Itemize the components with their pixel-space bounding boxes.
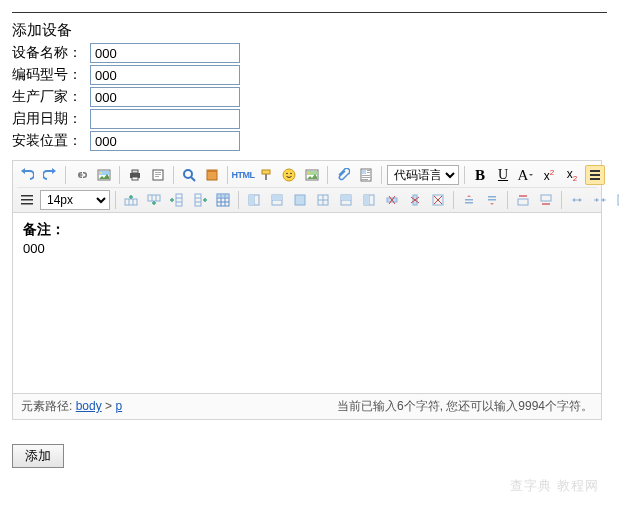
- editor-status-bar: 元素路径: body > p 当前已输入6个字符, 您还可以输入9994个字符。: [13, 393, 601, 419]
- rich-editor: HTML 代码语言 B U A: [12, 160, 602, 420]
- bold-icon[interactable]: B: [470, 165, 490, 185]
- svg-rect-41: [176, 194, 182, 206]
- label-model: 编码型号：: [12, 66, 90, 84]
- highlight-icon[interactable]: [585, 165, 605, 185]
- svg-rect-79: [542, 203, 550, 205]
- svg-rect-13: [207, 170, 217, 172]
- top-divider: [12, 12, 607, 13]
- preview-icon[interactable]: [148, 165, 168, 185]
- svg-rect-68: [364, 195, 369, 205]
- magnifier-icon[interactable]: [179, 165, 199, 185]
- widen-icon[interactable]: [567, 190, 587, 210]
- source-html-icon[interactable]: HTML: [233, 165, 253, 185]
- caption-bottom-icon[interactable]: [536, 190, 556, 210]
- watermark: 查字典 教程网: [510, 477, 599, 480]
- path-p-link[interactable]: p: [115, 399, 122, 413]
- insert-col-before-icon[interactable]: [167, 190, 187, 210]
- underline-icon[interactable]: U: [493, 165, 513, 185]
- narrow-icon[interactable]: [590, 190, 610, 210]
- svg-rect-4: [132, 170, 138, 173]
- average-cols-icon[interactable]: [613, 190, 619, 210]
- row-date: 启用日期：: [12, 108, 607, 130]
- path-body-link[interactable]: body: [76, 399, 102, 413]
- merge-right-icon[interactable]: [267, 190, 287, 210]
- template-icon[interactable]: [356, 165, 376, 185]
- subscript-icon[interactable]: x2: [562, 165, 582, 185]
- para-after-icon[interactable]: [482, 190, 502, 210]
- svg-rect-28: [362, 179, 368, 180]
- insert-col-after-icon[interactable]: [190, 190, 210, 210]
- split-rows-icon[interactable]: [336, 190, 356, 210]
- svg-rect-9: [155, 176, 159, 177]
- undo-icon[interactable]: [17, 165, 37, 185]
- editor-toolbar: HTML 代码语言 B U A: [13, 161, 601, 213]
- row-maker: 生产厂家：: [12, 86, 607, 108]
- submit-button[interactable]: 添加: [12, 444, 64, 468]
- svg-point-17: [286, 173, 288, 175]
- attachment-icon[interactable]: [333, 165, 353, 185]
- merge-cells-icon[interactable]: [290, 190, 310, 210]
- format-painter-icon[interactable]: [256, 165, 276, 185]
- svg-rect-52: [217, 194, 229, 198]
- svg-rect-44: [195, 194, 201, 206]
- link-icon[interactable]: [71, 165, 91, 185]
- font-size-select[interactable]: 14px: [40, 190, 110, 210]
- split-cells-icon[interactable]: [313, 190, 333, 210]
- editor-content-area[interactable]: 备注： 000: [13, 213, 601, 393]
- row-model: 编码型号：: [12, 64, 607, 86]
- print-icon[interactable]: [125, 165, 145, 185]
- svg-rect-8: [155, 174, 161, 175]
- svg-point-18: [290, 173, 292, 175]
- svg-rect-59: [295, 195, 305, 205]
- table-icon[interactable]: [213, 190, 233, 210]
- svg-rect-24: [367, 170, 370, 171]
- page-title: 添加设备: [12, 21, 607, 40]
- svg-point-16: [283, 169, 295, 181]
- code-language-select[interactable]: 代码语言: [387, 165, 459, 185]
- toolbar-row-1: HTML 代码语言 B U A: [17, 163, 597, 187]
- svg-line-11: [191, 177, 195, 181]
- merge-down-icon[interactable]: [244, 190, 264, 210]
- svg-rect-33: [21, 199, 33, 201]
- label-maker: 生产厂家：: [12, 88, 90, 106]
- svg-rect-27: [362, 177, 370, 178]
- input-place[interactable]: [90, 131, 240, 151]
- image2-icon[interactable]: [302, 165, 322, 185]
- delete-row-icon[interactable]: [382, 190, 402, 210]
- split-cols-icon[interactable]: [359, 190, 379, 210]
- svg-rect-74: [488, 196, 496, 198]
- align-justify-icon[interactable]: [17, 190, 37, 210]
- insert-row-after-icon[interactable]: [144, 190, 164, 210]
- svg-rect-7: [155, 172, 161, 173]
- toolbar-row-2: 14px: [17, 187, 597, 212]
- emoji-icon[interactable]: [279, 165, 299, 185]
- input-date[interactable]: [90, 109, 240, 129]
- svg-rect-15: [265, 174, 267, 180]
- svg-rect-32: [21, 195, 33, 197]
- image-icon[interactable]: [94, 165, 114, 185]
- svg-point-10: [184, 170, 192, 178]
- insert-row-before-icon[interactable]: [121, 190, 141, 210]
- superscript-icon[interactable]: x2: [539, 165, 559, 185]
- remark-content: 000: [23, 241, 591, 256]
- input-model[interactable]: [90, 65, 240, 85]
- svg-rect-58: [272, 195, 282, 200]
- svg-rect-31: [590, 178, 600, 180]
- para-before-icon[interactable]: [459, 190, 479, 210]
- svg-rect-35: [125, 199, 137, 205]
- delete-col-icon[interactable]: [405, 190, 425, 210]
- svg-rect-25: [367, 172, 370, 173]
- remark-label: 备注：: [23, 221, 591, 239]
- input-name[interactable]: [90, 43, 240, 63]
- caption-top-icon[interactable]: [513, 190, 533, 210]
- label-name: 设备名称：: [12, 44, 90, 62]
- fullscreen-icon[interactable]: [202, 165, 222, 185]
- delete-table-icon[interactable]: [428, 190, 448, 210]
- input-maker[interactable]: [90, 87, 240, 107]
- svg-rect-73: [465, 202, 473, 204]
- svg-rect-78: [541, 195, 551, 201]
- redo-icon[interactable]: [40, 165, 60, 185]
- font-color-icon[interactable]: A: [516, 165, 536, 185]
- svg-rect-5: [132, 177, 138, 180]
- svg-rect-77: [518, 199, 528, 205]
